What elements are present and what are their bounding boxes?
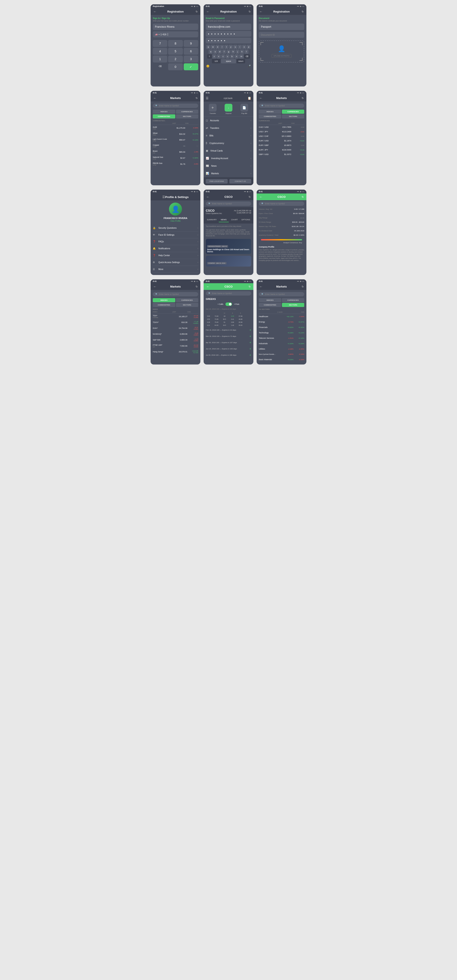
key-d[interactable]: d [218, 49, 222, 54]
menu-icon[interactable]: ☰ [206, 96, 209, 100]
tab-chart[interactable]: CHART [230, 218, 240, 222]
action-transfer[interactable]: ✈ Transfer [206, 104, 220, 115]
tab-indices-2[interactable]: INDICES [259, 110, 281, 114]
view-profile-link[interactable]: View Profile [153, 220, 198, 222]
refresh-button-12[interactable]: ↻ [302, 285, 304, 288]
menu-investing[interactable]: 📈 Investing Account › [204, 154, 253, 162]
search-bar-3[interactable]: 🔍 Enter Name or Symbol [206, 202, 251, 206]
key-r[interactable]: r [220, 45, 224, 49]
back-button-9[interactable]: ← [259, 195, 263, 199]
numpad-4[interactable]: 4 [153, 48, 167, 55]
settings-face-id[interactable]: 👁 Face ID Settings › [153, 232, 198, 238]
password-input-2[interactable]: ● ● ● ● ● ● [206, 38, 251, 43]
key-n[interactable]: n [235, 54, 239, 59]
tab-commodities-4[interactable]: COMMODITIES [259, 303, 281, 307]
find-locations-button[interactable]: FIND LOCATIONS [206, 179, 228, 183]
key-b[interactable]: b [230, 54, 234, 59]
key-space[interactable]: space [221, 59, 236, 64]
tab-currencies-2[interactable]: CURRENCIES [282, 110, 304, 114]
key-y[interactable]: y [229, 45, 233, 49]
key-l[interactable]: l [244, 49, 248, 54]
name-input[interactable]: Francisco Rivera [153, 24, 198, 30]
numpad-confirm[interactable]: ✓ [184, 64, 198, 70]
back-button-10[interactable]: ← [153, 285, 157, 289]
tab-indices-1[interactable]: INDICES [153, 110, 175, 114]
back-button-1[interactable]: ← [153, 10, 157, 14]
tab-commodities-3[interactable]: COMMODITIES [153, 303, 175, 307]
numpad-8[interactable]: 8 [168, 40, 183, 47]
search-bar-6[interactable]: 🔍 Enter Name or Symbol [206, 291, 251, 296]
tab-indices-4[interactable]: INDICES [259, 298, 281, 302]
toggle-switch[interactable] [225, 302, 232, 306]
refresh-button-11[interactable]: ↻ [249, 285, 251, 288]
key-return[interactable]: return [236, 59, 245, 64]
key-shift[interactable]: ⇧ [207, 54, 212, 59]
numpad-7[interactable]: 7 [153, 40, 167, 47]
menu-markets[interactable]: 📊 Markets › [204, 170, 253, 177]
refresh-button-4[interactable]: ↻ [196, 97, 198, 100]
key-v[interactable]: v [225, 54, 230, 59]
key-g[interactable]: g [227, 49, 231, 54]
key-k[interactable]: k [240, 49, 244, 54]
phone-input[interactable]: 🇺🇸 + 1 416 [153, 31, 198, 37]
key-backspace[interactable]: ⌫ [244, 54, 250, 59]
key-t[interactable]: t [224, 45, 228, 49]
settings-notifications[interactable]: 🔔 Notifications › [153, 245, 198, 252]
refresh-button-10[interactable]: ↻ [196, 285, 198, 288]
passport-selector[interactable]: Passport [259, 24, 304, 30]
key-i[interactable]: i [238, 45, 242, 49]
numpad-5[interactable]: 5 [168, 48, 183, 55]
key-s[interactable]: s [213, 49, 217, 54]
tab-sectors-3[interactable]: SECTORS [176, 303, 198, 307]
back-button-4[interactable]: ← [153, 96, 157, 100]
key-f[interactable]: f [222, 49, 226, 54]
news-card-1[interactable]: MIDNIGHTRIDER · JAN 19 Sears Holdings to… [206, 239, 251, 254]
key-p[interactable]: p [247, 45, 251, 49]
refresh-button-6[interactable]: ↻ [302, 97, 304, 100]
action-paybill[interactable]: 📄 Pay Bill [237, 104, 251, 115]
menu-virtual-cards[interactable]: ▣ Virtual Cards › [204, 147, 253, 154]
menu-bills[interactable]: ≡ Bills › [204, 132, 253, 140]
menu-crypto[interactable]: ₿ Cryptocurrency › [204, 140, 253, 147]
key-123[interactable]: 123 [212, 59, 221, 64]
key-c[interactable]: c [221, 54, 225, 59]
key-u[interactable]: u [233, 45, 237, 49]
tab-sectors-2[interactable]: SECTORS [282, 115, 304, 118]
numpad-0[interactable]: 0 [168, 64, 183, 70]
back-button-2[interactable]: ← [206, 10, 210, 14]
email-input[interactable]: francisco@me.com [206, 24, 251, 30]
numpad-3[interactable]: 3 [184, 56, 198, 62]
key-h[interactable]: h [231, 49, 235, 54]
tab-currencies-4[interactable]: CURRENCIES [282, 298, 304, 302]
back-button-12[interactable]: ← [259, 285, 263, 289]
menu-news[interactable]: 📰 News › [204, 162, 253, 170]
upload-button[interactable]: UPLOAD ID PHOTO [272, 54, 291, 58]
key-e[interactable]: e [216, 45, 220, 49]
settings-security-questions[interactable]: 🔒 Security Questions › [153, 224, 198, 232]
expiry-jul-plus[interactable]: + [249, 353, 251, 357]
menu-accounts[interactable]: ◻ Accounts › [204, 117, 253, 124]
key-w[interactable]: w [211, 45, 215, 49]
refresh-button-2[interactable]: ↻ [249, 10, 251, 13]
tab-commodities-1[interactable]: COMMODITIES [153, 115, 175, 118]
key-m[interactable]: m [239, 54, 244, 59]
news-card-2[interactable]: CONFER · JAN 20, 2018 [206, 256, 251, 267]
key-o[interactable]: o [242, 45, 246, 49]
search-bar-5[interactable]: 🔍 Enter Name or Symbol [153, 292, 198, 296]
refresh-button-3[interactable]: ↻ [302, 10, 304, 13]
tab-indices-3[interactable]: INDICES [153, 298, 175, 302]
tab-currencies-3[interactable]: CURRENCIES [176, 298, 198, 302]
tab-options[interactable]: OPTIONS [240, 218, 251, 222]
refresh-button-8[interactable]: ↻ [249, 196, 251, 199]
tab-sectors-1[interactable]: SECTORS [176, 115, 198, 118]
expiry-apr-plus[interactable]: + [249, 341, 251, 344]
key-a[interactable]: a [209, 49, 213, 54]
settings-faqs[interactable]: ❓ FAQs › [153, 238, 198, 245]
hamburger-icon-7[interactable]: ☰ [162, 195, 165, 199]
search-bar-2[interactable]: 🔍 Enter Name or Symbol [259, 103, 304, 108]
tab-summary[interactable]: SUMMARY [206, 218, 218, 222]
search-bar-1[interactable]: 🔍 Enter Name or Symbol [153, 103, 198, 108]
back-button-3[interactable]: ← [259, 10, 263, 14]
settings-help-center[interactable]: ❓ Help Center › [153, 252, 198, 259]
key-z[interactable]: z [212, 54, 216, 59]
